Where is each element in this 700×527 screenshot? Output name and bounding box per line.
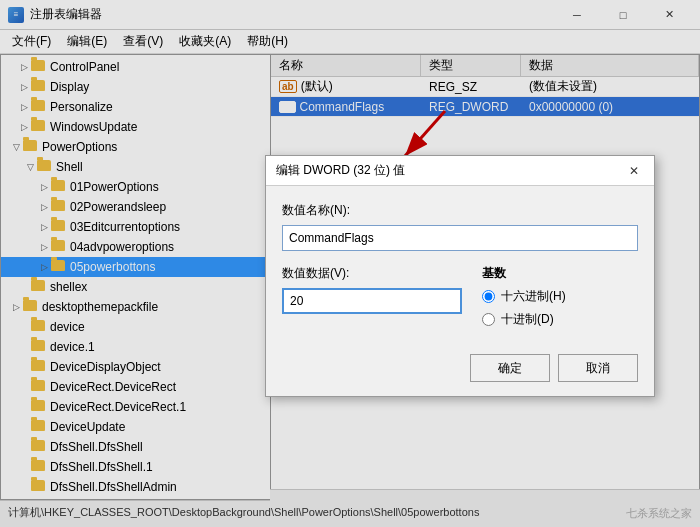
radix-title: 基数 xyxy=(482,265,638,282)
ok-button[interactable]: 确定 xyxy=(470,354,550,382)
dialog-title-text: 编辑 DWORD (32 位) 值 xyxy=(276,162,624,179)
dialog-body: 数值名称(N): 数值数据(V): 基数 十六进制(H) 十进制(D) xyxy=(266,186,654,346)
radix-section: 基数 十六进制(H) 十进制(D) xyxy=(482,265,638,334)
radio-hex[interactable] xyxy=(482,290,495,303)
radio-hex-label: 十六进制(H) xyxy=(501,288,566,305)
cancel-button[interactable]: 取消 xyxy=(558,354,638,382)
radio-decimal[interactable] xyxy=(482,313,495,326)
radio-dec-row: 十进制(D) xyxy=(482,311,638,328)
dialog-close-button[interactable]: ✕ xyxy=(624,161,644,181)
data-value-section: 数值数据(V): xyxy=(282,265,462,334)
edit-dword-dialog: 编辑 DWORD (32 位) 值 ✕ 数值名称(N): 数值数据(V): 基数… xyxy=(265,155,655,397)
dialog-data-row: 数值数据(V): 基数 十六进制(H) 十进制(D) xyxy=(282,265,638,334)
radio-dec-label: 十进制(D) xyxy=(501,311,554,328)
data-label: 数值数据(V): xyxy=(282,265,462,282)
radio-hex-row: 十六进制(H) xyxy=(482,288,638,305)
dialog-footer: 确定 取消 xyxy=(266,346,654,396)
dialog-title-bar: 编辑 DWORD (32 位) 值 ✕ xyxy=(266,156,654,186)
value-data-input[interactable] xyxy=(282,288,462,314)
value-name-input[interactable] xyxy=(282,225,638,251)
name-label: 数值名称(N): xyxy=(282,202,638,219)
